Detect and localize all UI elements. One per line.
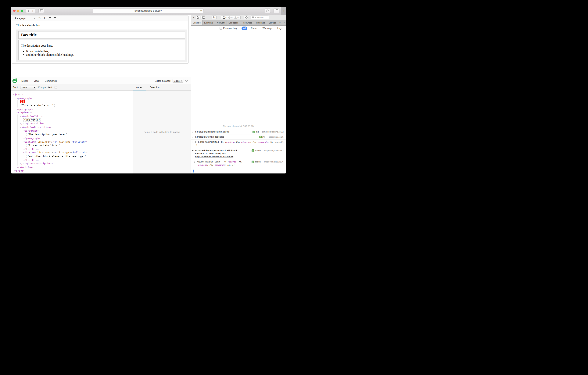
search-input[interactable]: Search <box>251 16 269 19</box>
scope-logs[interactable]: Logs <box>276 27 284 30</box>
document-icon <box>223 16 225 19</box>
address-bar[interactable]: localhost/creating-a-plugin/ ↻ <box>93 9 204 13</box>
devtools-tab-console[interactable]: Console <box>191 20 202 25</box>
source-location[interactable]: — essentials.js:35 <box>266 135 284 138</box>
close-window-button[interactable] <box>13 10 16 12</box>
box-title-text: Box title <box>21 33 182 37</box>
disclosure-caret-icon[interactable] <box>195 141 197 143</box>
disclosure-caret-icon[interactable] <box>197 161 198 163</box>
tree-text-node[interactable]: "It can contain lists," <box>27 143 133 147</box>
devtools-tab-timelines[interactable]: Timelines <box>254 20 267 25</box>
console-row[interactable]: SimpleBoxUI#init() got calledfinit— esse… <box>191 134 286 140</box>
source-location[interactable]: — inspector.js:133:182 <box>262 149 284 152</box>
devtools-tab-storage[interactable]: Storage <box>267 20 278 25</box>
root-select[interactable]: main <box>20 86 36 89</box>
tab-selection[interactable]: Selection <box>147 84 162 90</box>
numbered-list-button[interactable]: 12 <box>47 16 52 21</box>
console-text: Editor instance "editor" <box>198 160 221 163</box>
forward-button[interactable]: › <box>31 9 35 13</box>
editor-content[interactable]: This is a simple box: Box title The desc… <box>12 21 188 65</box>
reload-page-button[interactable]: ↻ <box>212 16 217 19</box>
tree-tag-close[interactable]: </simpleBoxTitle> <box>20 122 133 125</box>
back-button[interactable]: ‹ <box>26 9 31 13</box>
italic-button[interactable]: I <box>42 16 47 21</box>
tab-commands[interactable]: Commands <box>43 77 59 84</box>
console-row[interactable]: Editor instance "editor" – Hl {config: K… <box>191 159 286 168</box>
new-tab-button[interactable]: + <box>281 7 286 15</box>
svg-text:1: 1 <box>48 17 49 18</box>
tree-tag-close[interactable]: </simpleBoxDescription> <box>20 162 133 165</box>
tab-overview-button[interactable] <box>273 9 279 13</box>
tree-tag-open[interactable]: <listItem listIndent="0" listType="bulle… <box>23 140 133 144</box>
console-row[interactable]: Editor was initialized – Hl {config: Kn,… <box>191 140 286 148</box>
collapse-inspector-icon[interactable] <box>185 80 188 82</box>
console-prompt[interactable]: ❯ <box>191 168 286 174</box>
element-picker-button[interactable] <box>244 16 249 19</box>
add-tab-button[interactable]: + <box>282 20 286 25</box>
preserve-log-checkbox[interactable] <box>220 27 222 30</box>
tab-model[interactable]: Model <box>19 77 30 84</box>
preserve-log-control[interactable]: Preserve Log <box>220 27 239 30</box>
console-link[interactable]: https://ckeditor.com/docs/ckeditor5 <box>195 155 233 158</box>
tree-text-node[interactable]: "and other block elements like headings.… <box>27 154 133 158</box>
detach-inspector-button[interactable] <box>196 16 200 19</box>
text-node: "Box title" <box>23 118 41 122</box>
console-line: plugins: Pa, commands: Ta, …} <box>198 164 284 167</box>
editor-instance-select[interactable]: editor <box>173 79 183 83</box>
scope-warnings[interactable]: Warnings <box>261 27 274 30</box>
devtools-tab-elements[interactable]: Elements <box>202 20 215 25</box>
tree-tag-open[interactable]: <listItem listIndent="0" listType="bulle… <box>23 151 133 154</box>
tree-tag-open[interactable]: <simpleBox> <box>17 111 133 114</box>
devtools-tab-debugger[interactable]: Debugger <box>227 20 240 25</box>
tree-text-node[interactable]: "The description goes here." <box>27 132 133 136</box>
bulleted-list-button[interactable] <box>52 16 57 21</box>
simple-box-title[interactable]: Box title <box>18 31 185 39</box>
issues-summary[interactable]: 4 0 0 <box>221 16 241 19</box>
tree-tag-open[interactable]: <simpleBoxDescription> <box>20 125 133 129</box>
tree-tag-open[interactable]: <paragraph> <box>23 129 133 133</box>
tree-selection-marker[interactable]: [] <box>20 100 133 103</box>
tree-tag-close[interactable]: </listItem> <box>23 147 133 151</box>
tab-overflow-button[interactable]: » <box>278 20 282 25</box>
simple-box-description[interactable]: The description goes here. It can contai… <box>18 40 185 60</box>
console-row[interactable]: SimpleBoxEditing#init() got calledfinit—… <box>191 129 286 134</box>
console-row[interactable]: Attached the inspector to a CKEditor 5in… <box>191 148 286 159</box>
scope-errors[interactable]: Errors <box>249 27 259 30</box>
devtools-tab-resources[interactable]: Resources <box>240 20 254 25</box>
compact-text-checkbox[interactable] <box>54 86 57 89</box>
scope-all[interactable]: All <box>242 27 247 30</box>
devtools-tab-network[interactable]: Network <box>215 20 227 25</box>
bracket: > <box>43 122 44 125</box>
console-row-meta: finit— essentials.js:35 <box>259 135 284 138</box>
bracket: > <box>31 111 32 114</box>
share-button[interactable] <box>265 9 271 13</box>
source-location[interactable]: — simpleboxediting.js:12 <box>259 130 284 133</box>
tree-tag-open[interactable]: <$root> <box>13 93 133 97</box>
tree-tag-close[interactable]: </$root> <box>13 169 133 173</box>
tree-tag-open[interactable]: <paragraph> <box>17 97 133 100</box>
tab-inspect[interactable]: Inspect <box>133 84 146 90</box>
tree-tag-close[interactable]: </listItem> <box>23 158 133 162</box>
reload-icon[interactable]: ↻ <box>200 9 202 12</box>
tree-tag-close[interactable]: </paragraph> <box>17 108 133 111</box>
bold-button[interactable]: B <box>37 16 42 21</box>
source-location[interactable]: app.js:31 <box>275 141 284 143</box>
source-location[interactable]: — inspector.js:133:326 <box>262 160 284 163</box>
close-inspector-button[interactable]: ✕ <box>192 16 195 19</box>
minimize-window-button[interactable] <box>17 10 19 12</box>
tab-view[interactable]: View <box>32 77 41 84</box>
tree-tag-open[interactable]: <simpleBoxTitle> <box>20 114 133 118</box>
tree-text-node[interactable]: "This is a simple box:" <box>20 103 133 108</box>
tag-name: simpleBoxDescription <box>21 126 50 129</box>
intro-paragraph[interactable]: This is a simple box: <box>16 24 185 27</box>
zoom-window-button[interactable] <box>21 10 23 12</box>
disclosure-caret-icon[interactable] <box>192 150 194 152</box>
tree-tag-close[interactable]: </simpleBox> <box>17 165 133 169</box>
console-text: Pa <box>253 141 255 143</box>
tree-text-node[interactable]: "Box title" <box>23 118 133 122</box>
simple-box-widget[interactable]: Box title The description goes here. It … <box>16 30 187 62</box>
heading-dropdown[interactable]: Paragraph <box>13 16 37 21</box>
tree-tag-close[interactable]: </paragraph> <box>23 136 133 140</box>
sidebar-button[interactable] <box>38 9 44 13</box>
dock-bottom-button[interactable] <box>201 16 206 19</box>
